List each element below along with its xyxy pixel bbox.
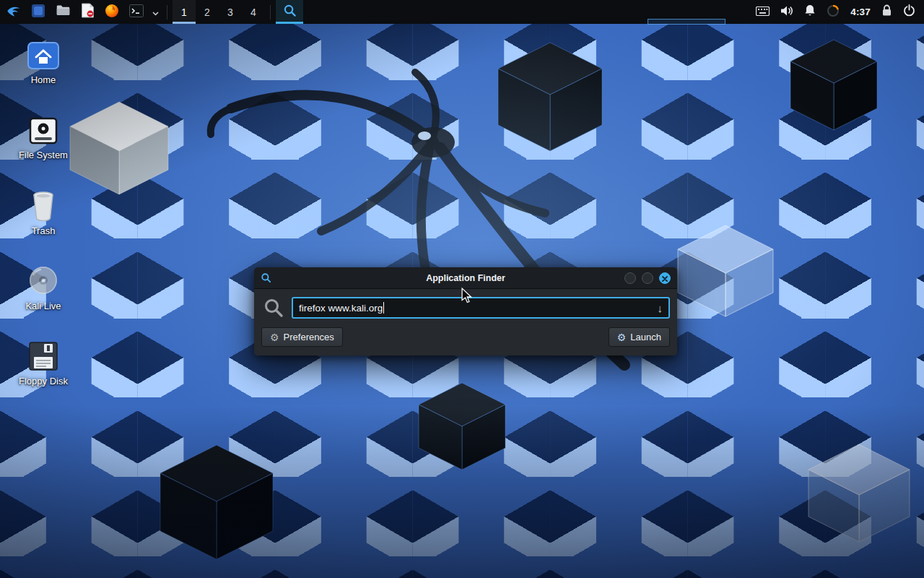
launch-label: Launch xyxy=(630,332,661,342)
desktop-icon-label: Home xyxy=(31,75,56,85)
workspace-button-4[interactable]: 4 xyxy=(242,0,265,24)
window-title: Application Finder xyxy=(254,273,677,283)
search-icon xyxy=(263,298,284,318)
workspace-button-1[interactable]: 1 xyxy=(173,0,196,24)
blue-app-icon xyxy=(31,4,45,21)
desktop-icon-label: Kali Live xyxy=(25,301,61,311)
resource-monitor-button[interactable] xyxy=(827,0,840,24)
terminal-button[interactable] xyxy=(124,0,149,24)
keyboard-layout-button[interactable] xyxy=(756,0,770,24)
workspace-button-3[interactable]: 3 xyxy=(219,0,242,24)
panel-launchers: 1 2 3 4 xyxy=(0,0,303,24)
logout-button[interactable] xyxy=(903,0,915,24)
document-icon xyxy=(81,3,95,21)
desktop-icon-file-system[interactable]: File System xyxy=(9,109,78,160)
keyboard-icon xyxy=(756,6,770,19)
system-tray: 4:37 xyxy=(756,0,924,24)
search-icon xyxy=(283,4,297,20)
gear-icon: ⚙ xyxy=(270,332,279,342)
clock-text: 4:37 xyxy=(850,7,871,17)
launch-icon: ⚙ xyxy=(617,332,627,342)
firefox-icon xyxy=(105,4,119,21)
terminal-icon xyxy=(129,4,144,20)
terminal-dropdown-button[interactable] xyxy=(149,0,162,24)
panel-separator xyxy=(167,5,167,20)
command-input-value: firefox www.kali.org xyxy=(299,303,383,314)
power-icon xyxy=(903,4,915,20)
kali-logo-icon xyxy=(6,3,22,22)
close-icon xyxy=(662,272,668,285)
volume-button[interactable] xyxy=(780,0,793,24)
notifications-button[interactable] xyxy=(804,0,816,24)
text-caret xyxy=(383,302,384,314)
desktop-icon-label: File System xyxy=(19,150,68,160)
text-editor-button[interactable] xyxy=(75,0,100,24)
launch-button[interactable]: ⚙ Launch xyxy=(609,327,670,347)
desktop-icon-trash[interactable]: Trash xyxy=(9,185,78,236)
disc-icon xyxy=(27,260,59,296)
bell-icon xyxy=(804,4,816,20)
lock-icon xyxy=(881,4,892,20)
chevron-down-icon xyxy=(152,6,159,19)
panel-separator xyxy=(270,5,271,20)
titlebar[interactable]: Application Finder xyxy=(254,267,677,289)
desktop-icon-kali-live[interactable]: Kali Live xyxy=(9,260,78,311)
desktop-icon-home[interactable]: Home xyxy=(9,34,78,85)
desktop-icon-label: Floppy Disk xyxy=(19,376,68,387)
desktop-icon-label: Trash xyxy=(32,226,56,236)
screen-lock-button[interactable] xyxy=(881,0,892,24)
desktop-icons: Home File System Trash Kali Live Floppy … xyxy=(9,34,78,387)
trash-icon xyxy=(30,185,57,221)
taskbar-appfinder-button[interactable] xyxy=(276,0,303,24)
preferences-label: Preferences xyxy=(284,332,334,342)
file-manager-button[interactable] xyxy=(51,0,75,24)
preferences-button[interactable]: ⚙ Preferences xyxy=(261,327,343,347)
folder-icon xyxy=(56,3,71,21)
application-finder-window: Application Finder firefox www.kali.org … xyxy=(254,267,677,355)
file-system-icon xyxy=(28,109,58,145)
maximize-button[interactable] xyxy=(642,272,653,284)
firefox-button[interactable] xyxy=(100,0,124,24)
files-app-button[interactable] xyxy=(26,0,51,24)
kali-menu-button[interactable] xyxy=(1,0,26,24)
top-panel: 1 2 3 4 xyxy=(0,0,924,24)
finder-body: firefox www.kali.org ↓ ⚙ Preferences ⚙ L… xyxy=(254,289,677,355)
minimize-button[interactable] xyxy=(624,272,636,284)
close-button[interactable] xyxy=(659,272,671,284)
desktop-icon-floppy-disk[interactable]: Floppy Disk xyxy=(9,335,78,387)
clock[interactable]: 4:37 xyxy=(850,0,871,24)
workspace-button-2[interactable]: 2 xyxy=(196,0,219,24)
window-icon xyxy=(261,272,271,283)
command-input[interactable]: firefox www.kali.org ↓ xyxy=(292,297,670,319)
speaker-icon xyxy=(780,5,793,20)
home-icon xyxy=(27,34,60,70)
dropdown-arrow-icon[interactable]: ↓ xyxy=(658,303,663,314)
tray-expander-indicator[interactable] xyxy=(648,19,725,25)
monitor-ring-icon xyxy=(827,4,840,20)
floppy-icon xyxy=(28,335,58,371)
